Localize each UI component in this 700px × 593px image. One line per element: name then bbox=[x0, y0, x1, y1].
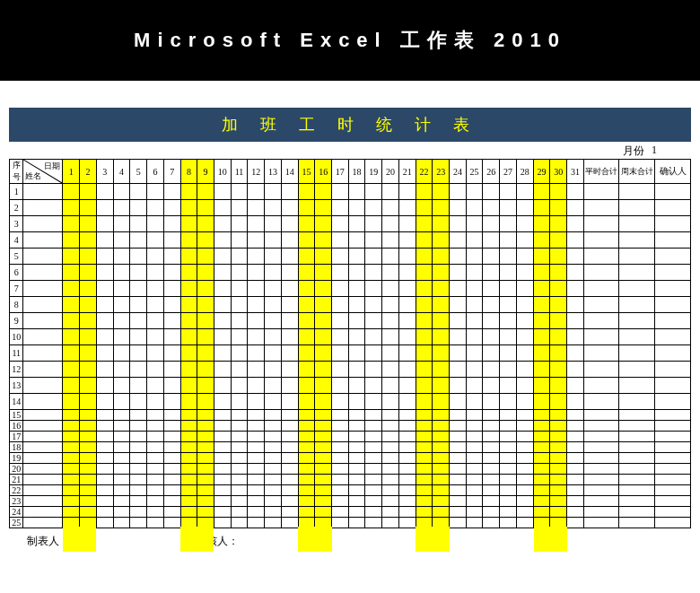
cell-day[interactable] bbox=[163, 265, 180, 281]
cell-day[interactable] bbox=[248, 184, 265, 200]
cell-day[interactable] bbox=[96, 496, 113, 507]
cell-day[interactable] bbox=[113, 475, 130, 485]
cell-day[interactable] bbox=[483, 329, 500, 345]
cell-day[interactable] bbox=[298, 394, 315, 410]
cell-confirm[interactable] bbox=[655, 475, 691, 485]
cell-name[interactable] bbox=[23, 313, 63, 329]
cell-day[interactable] bbox=[500, 496, 517, 507]
cell-day[interactable] bbox=[533, 232, 550, 249]
cell-day[interactable] bbox=[298, 485, 315, 496]
cell-day[interactable] bbox=[398, 281, 416, 297]
cell-day[interactable] bbox=[416, 518, 433, 528]
cell-regular-sum[interactable] bbox=[583, 432, 619, 442]
cell-day[interactable] bbox=[248, 313, 265, 329]
cell-day[interactable] bbox=[500, 345, 517, 362]
cell-weekend-sum[interactable] bbox=[619, 410, 655, 421]
cell-day[interactable] bbox=[433, 394, 450, 410]
cell-day[interactable] bbox=[567, 345, 584, 362]
cell-day[interactable] bbox=[281, 442, 298, 453]
cell-day[interactable] bbox=[382, 442, 399, 453]
cell-day[interactable] bbox=[147, 442, 164, 453]
cell-day[interactable] bbox=[348, 362, 365, 378]
cell-day[interactable] bbox=[348, 297, 365, 313]
cell-day[interactable] bbox=[382, 297, 399, 313]
cell-day[interactable] bbox=[214, 432, 231, 442]
cell-day[interactable] bbox=[533, 421, 550, 432]
cell-day[interactable] bbox=[298, 362, 315, 378]
cell-day[interactable] bbox=[231, 265, 248, 281]
cell-day[interactable] bbox=[483, 442, 500, 453]
cell-day[interactable] bbox=[197, 421, 214, 432]
cell-day[interactable] bbox=[533, 518, 550, 528]
cell-day[interactable] bbox=[231, 518, 248, 528]
cell-regular-sum[interactable] bbox=[583, 442, 619, 453]
cell-day[interactable] bbox=[214, 507, 231, 518]
cell-day[interactable] bbox=[96, 464, 113, 475]
cell-day[interactable] bbox=[466, 297, 483, 313]
cell-day[interactable] bbox=[197, 496, 214, 507]
cell-day[interactable] bbox=[113, 394, 130, 410]
cell-day[interactable] bbox=[398, 432, 416, 442]
cell-day[interactable] bbox=[365, 345, 382, 362]
cell-day[interactable] bbox=[331, 184, 348, 200]
cell-day[interactable] bbox=[348, 442, 365, 453]
cell-name[interactable] bbox=[23, 265, 63, 281]
cell-name[interactable] bbox=[23, 378, 63, 394]
cell-day[interactable] bbox=[398, 394, 416, 410]
cell-day[interactable] bbox=[466, 281, 483, 297]
cell-regular-sum[interactable] bbox=[583, 485, 619, 496]
cell-day[interactable] bbox=[382, 518, 399, 528]
cell-day[interactable] bbox=[450, 329, 467, 345]
cell-day[interactable] bbox=[382, 281, 399, 297]
cell-day[interactable] bbox=[180, 453, 197, 464]
cell-day[interactable] bbox=[550, 421, 567, 432]
cell-weekend-sum[interactable] bbox=[619, 496, 655, 507]
cell-day[interactable] bbox=[533, 394, 550, 410]
cell-day[interactable] bbox=[113, 281, 130, 297]
cell-day[interactable] bbox=[63, 464, 80, 475]
cell-day[interactable] bbox=[567, 232, 584, 249]
cell-day[interactable] bbox=[80, 475, 97, 485]
cell-day[interactable] bbox=[433, 249, 450, 265]
cell-day[interactable] bbox=[63, 485, 80, 496]
cell-weekend-sum[interactable] bbox=[619, 442, 655, 453]
cell-day[interactable] bbox=[533, 432, 550, 442]
cell-day[interactable] bbox=[80, 297, 97, 313]
cell-confirm[interactable] bbox=[655, 442, 691, 453]
cell-day[interactable] bbox=[433, 265, 450, 281]
cell-day[interactable] bbox=[516, 345, 533, 362]
cell-day[interactable] bbox=[315, 485, 332, 496]
cell-day[interactable] bbox=[567, 329, 584, 345]
cell-day[interactable] bbox=[450, 464, 467, 475]
cell-seq[interactable]: 16 bbox=[10, 421, 23, 432]
cell-day[interactable] bbox=[466, 475, 483, 485]
cell-day[interactable] bbox=[197, 265, 214, 281]
cell-day[interactable] bbox=[248, 442, 265, 453]
cell-day[interactable] bbox=[265, 216, 282, 232]
cell-day[interactable] bbox=[348, 200, 365, 216]
cell-day[interactable] bbox=[365, 442, 382, 453]
cell-seq[interactable]: 24 bbox=[10, 507, 23, 518]
cell-day[interactable] bbox=[500, 362, 517, 378]
cell-day[interactable] bbox=[348, 394, 365, 410]
cell-day[interactable] bbox=[265, 394, 282, 410]
cell-seq[interactable]: 4 bbox=[10, 232, 23, 249]
cell-day[interactable] bbox=[450, 313, 467, 329]
cell-day[interactable] bbox=[231, 329, 248, 345]
cell-day[interactable] bbox=[180, 507, 197, 518]
cell-day[interactable] bbox=[315, 232, 332, 249]
cell-day[interactable] bbox=[550, 378, 567, 394]
cell-day[interactable] bbox=[331, 394, 348, 410]
cell-day[interactable] bbox=[180, 518, 197, 528]
cell-day[interactable] bbox=[365, 281, 382, 297]
cell-day[interactable] bbox=[214, 453, 231, 464]
cell-day[interactable] bbox=[516, 281, 533, 297]
cell-day[interactable] bbox=[163, 378, 180, 394]
cell-day[interactable] bbox=[365, 378, 382, 394]
cell-day[interactable] bbox=[96, 394, 113, 410]
cell-day[interactable] bbox=[348, 216, 365, 232]
cell-seq[interactable]: 20 bbox=[10, 464, 23, 475]
cell-regular-sum[interactable] bbox=[583, 265, 619, 281]
cell-day[interactable] bbox=[365, 496, 382, 507]
cell-regular-sum[interactable] bbox=[583, 496, 619, 507]
